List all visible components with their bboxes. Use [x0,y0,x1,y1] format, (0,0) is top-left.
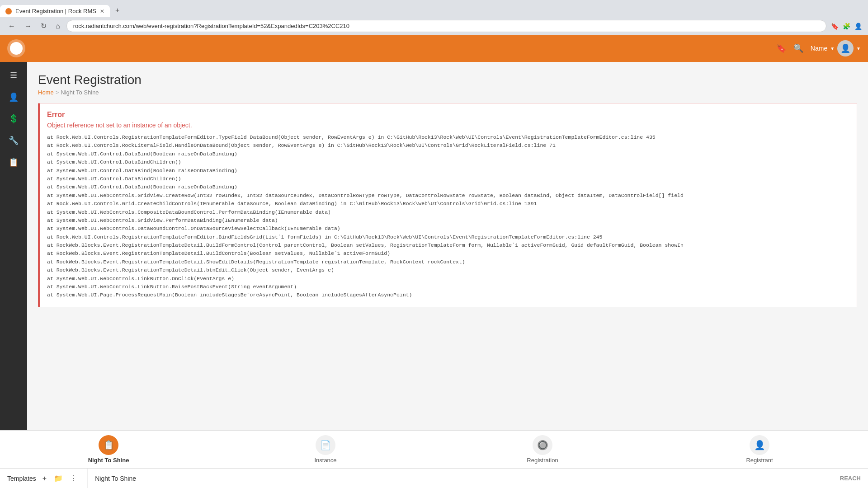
back-button[interactable]: ← [5,20,18,32]
sidebar-item-reports[interactable]: 📋 [4,152,24,172]
search-nav-icon[interactable]: 🔍 [793,43,803,53]
sidebar-item-finance[interactable]: 💲 [4,109,24,129]
main-layout: ☰ 👤 💲 🔧 📋 Event Registration Home > [0,62,868,430]
stack-trace-line: at RockWeb.Blocks.Event.RegistrationTemp… [47,258,849,266]
stack-trace-line: at System.Web.UI.WebControls.LinkButton.… [47,283,849,291]
logo-inner [10,42,23,55]
error-box: Error Object reference not set to an ins… [38,103,857,307]
bottom-tabs-bar: 📋 Night To Shine 📄 Instance 🔘 Registrati… [0,430,868,468]
stack-trace-line: at System.Web.UI.Control.DataBindChildre… [47,175,849,183]
tools-icon: 🔧 [9,136,19,145]
bookmark-nav-icon[interactable]: 🔖 [776,43,786,53]
stack-trace-line: at System.Web.UI.WebControls.GridView.Pe… [47,216,849,225]
bottom-tab-instance[interactable]: 📄 Instance [298,435,353,464]
stack-trace-line: at RockWeb.Blocks.Event.RegistrationTemp… [47,249,849,258]
sidebar-item-person[interactable]: 👤 [4,87,24,107]
user-dropdown-icon: ▼ [830,46,835,51]
breadcrumb-current: Night To Shine [61,89,99,96]
bottom-panel-item-label[interactable]: Night To Shine [88,475,833,482]
more-template-button[interactable]: ⋮ [67,472,80,484]
avatar-chevron: ▼ [856,46,861,51]
stack-trace-line: at System.Web.UI.WebControls.LinkButton.… [47,275,849,283]
bottom-tab-nighttoshine[interactable]: 📋 Night To Shine [81,435,136,464]
stack-trace-line: at System.Web.UI.Control.DataBindChildre… [47,158,849,166]
stack-trace-line: at System.Web.UI.Control.DataBind(Boolea… [47,183,849,191]
bottom-panel: Templates + 📁 ⋮ Night To Shine REACH [0,468,868,488]
sidebar: ☰ 👤 💲 🔧 📋 [0,62,27,430]
registrant-tab-label: Registrant [746,457,773,464]
page-title: Event Registration [38,73,857,87]
home-button[interactable]: ⌂ [53,20,63,32]
registration-tab-label: Registration [527,457,558,464]
instance-tab-label: Instance [314,457,336,464]
person-icon: 👤 [9,92,19,102]
extension-icon[interactable]: 🧩 [842,22,851,31]
stack-trace-line: at System.Web.UI.Page.ProcessRequestMain… [47,291,849,299]
tab-favicon [5,8,12,14]
bottom-panel-templates-label: Templates [7,475,36,482]
add-template-button[interactable]: + [40,472,49,484]
stack-trace-line: at Rock.Web.UI.Controls.Grid.CreateChild… [47,200,849,208]
stack-trace-line: at Rock.Web.UI.Controls.RegistrationTemp… [47,133,849,141]
bookmark-icon[interactable]: 🔖 [830,22,839,31]
stack-trace-line: at RockWeb.Blocks.Event.RegistrationTemp… [47,266,849,274]
error-title: Error [47,111,849,119]
night-to-shine-tab-label: Night To Shine [88,457,129,464]
stack-trace-container[interactable]: at Rock.Web.UI.Controls.RegistrationTemp… [47,133,849,300]
top-nav: 🔖 🔍 Name ▼ 👤 ▼ [0,35,868,62]
folder-template-button[interactable]: 📁 [51,472,66,484]
breadcrumb-separator: > [56,89,59,96]
stack-trace-line: at System.Web.UI.Control.DataBind(Boolea… [47,150,849,158]
stack-trace-line: at Rock.Web.UI.Controls.RockLiteralField… [47,141,849,150]
registrant-tab-icon: 👤 [750,435,769,455]
bottom-panel-templates-section: Templates + 📁 ⋮ [0,469,88,488]
bottom-panel-reach-label: REACH [833,475,868,482]
instance-tab-icon: 📄 [316,435,335,455]
tab-close-button[interactable]: ✕ [100,8,104,14]
tab-bar: Event Registration | Rock RMS ✕ + [0,0,868,17]
user-menu[interactable]: Name ▼ 👤 ▼ [811,40,861,56]
forward-button[interactable]: → [22,20,34,32]
browser-chrome: Event Registration | Rock RMS ✕ + ← → ↻ … [0,0,868,35]
menu-icon: ☰ [10,70,17,80]
top-nav-actions: 🔖 🔍 Name ▼ 👤 ▼ [776,40,861,56]
url-bar[interactable]: rock.radiantchurch.com/web/event-registr… [66,20,826,32]
stack-trace-line: at RockWeb.Blocks.Event.RegistrationTemp… [47,241,849,249]
refresh-button[interactable]: ↻ [38,20,49,32]
registration-tab-icon: 🔘 [533,435,552,455]
url-text: rock.radiantchurch.com/web/event-registr… [73,23,820,29]
breadcrumb: Home > Night To Shine [38,89,857,96]
profile-icon[interactable]: 👤 [854,22,863,31]
bottom-tab-registration[interactable]: 🔘 Registration [515,435,570,464]
night-to-shine-tab-icon: 📋 [99,435,118,455]
stack-trace-line: at System.Web.UI.WebControls.GridView.Cr… [47,192,849,200]
main-content: Event Registration Home > Night To Shine… [27,62,868,430]
user-avatar: 👤 [837,40,854,56]
sidebar-item-menu[interactable]: ☰ [4,66,24,85]
user-name-label: Name [811,45,827,52]
stack-trace-line: at Rock.Web.UI.Controls.RegistrationTemp… [47,233,849,241]
new-tab-button[interactable]: + [110,4,125,17]
finance-icon: 💲 [9,114,19,124]
stack-trace-line: at System.Web.UI.WebControls.DataBoundCo… [47,225,849,233]
browser-actions: 🔖 🧩 👤 [830,22,863,31]
bottom-tab-registrant[interactable]: 👤 Registrant [732,435,787,464]
page-header: Event Registration Home > Night To Shine [38,73,857,96]
stack-trace: at Rock.Web.UI.Controls.RegistrationTemp… [47,133,849,300]
address-bar: ← → ↻ ⌂ rock.radiantchurch.com/web/event… [0,17,868,35]
sidebar-item-tools[interactable]: 🔧 [4,131,24,150]
active-tab[interactable]: Event Registration | Rock RMS ✕ [0,5,110,17]
reports-icon: 📋 [9,157,19,167]
stack-trace-line: at System.Web.UI.Control.DataBind(Boolea… [47,167,849,175]
tab-title: Event Registration | Rock RMS [15,8,96,14]
bottom-panel-actions: + 📁 ⋮ [40,472,80,484]
breadcrumb-home[interactable]: Home [38,89,54,96]
stack-trace-line: at System.Web.UI.WebControls.CompositeDa… [47,208,849,216]
logo[interactable] [7,39,25,57]
error-message: Object reference not set to an instance … [47,122,849,129]
app-container: 🔖 🔍 Name ▼ 👤 ▼ ☰ 👤 💲 🔧 [0,35,868,488]
